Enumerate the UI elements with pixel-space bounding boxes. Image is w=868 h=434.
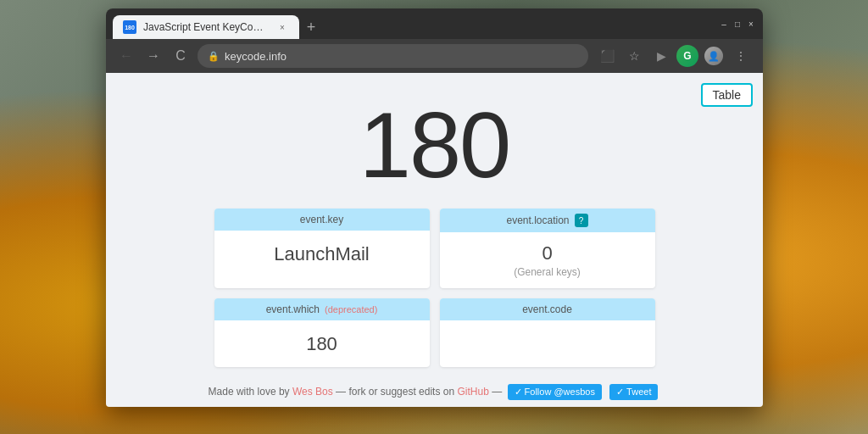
keycode-display: 180	[359, 98, 510, 192]
table-button[interactable]: Table	[701, 83, 753, 107]
footer: Made with love by Wes Bos — fork or sugg…	[209, 384, 661, 400]
new-tab-button[interactable]: +	[299, 15, 323, 39]
profile-icon[interactable]: G	[676, 45, 698, 67]
event-code-header: event.code	[440, 298, 655, 320]
tab-favicon: 180	[123, 20, 136, 34]
forward-button[interactable]: →	[143, 46, 164, 66]
bookmark-icon[interactable]: ☆	[622, 44, 646, 68]
event-location-card: event.location ? 0 (General keys)	[440, 209, 655, 288]
event-location-value: 0 (General keys)	[440, 232, 655, 288]
minimize-button[interactable]: –	[719, 19, 729, 29]
window-controls: – □ ×	[719, 19, 756, 29]
active-tab[interactable]: 180 JavaScript Event KeyCodes ×	[113, 15, 299, 39]
tab-area: 180 JavaScript Event KeyCodes × +	[113, 8, 712, 39]
event-location-header: event.location ?	[440, 209, 655, 232]
github-link[interactable]: GitHub	[457, 386, 488, 398]
extension-icon[interactable]: ▶	[649, 44, 673, 68]
event-code-card: event.code	[440, 298, 655, 367]
event-key-header: event.key	[214, 209, 430, 231]
help-icon[interactable]: ?	[575, 214, 588, 227]
close-button[interactable]: ×	[746, 19, 756, 29]
avatar-icon[interactable]: 👤	[702, 44, 726, 68]
url-bar[interactable]: 🔒 keycode.info	[198, 44, 588, 68]
page-content: Table 180 event.key LaunchMail event.loc…	[106, 73, 763, 407]
maximize-button[interactable]: □	[732, 19, 743, 29]
event-key-value: LaunchMail	[214, 231, 430, 277]
event-which-card: event.which (deprecated) 180	[214, 298, 430, 367]
info-grid: event.key LaunchMail event.location ? 0 …	[214, 209, 655, 367]
browser-window: 180 JavaScript Event KeyCodes × + – □ × …	[106, 8, 763, 407]
cast-icon[interactable]: ⬛	[595, 44, 619, 68]
reload-button[interactable]: C	[170, 46, 191, 66]
back-button[interactable]: ←	[116, 46, 136, 66]
url-text: keycode.info	[225, 50, 287, 63]
tab-title: JavaScript Event KeyCodes	[143, 21, 269, 33]
event-key-card: event.key LaunchMail	[214, 209, 430, 288]
event-which-header: event.which (deprecated)	[214, 298, 430, 320]
titlebar: 180 JavaScript Event KeyCodes × + – □ ×	[106, 8, 763, 39]
tab-close-button[interactable]: ×	[275, 20, 289, 34]
event-which-value: 180	[214, 320, 430, 367]
user-avatar: 👤	[704, 47, 723, 65]
event-code-value	[440, 320, 655, 367]
menu-icon[interactable]: ⋮	[729, 44, 753, 68]
wes-bos-link[interactable]: Wes Bos	[292, 386, 333, 398]
toolbar-icons: ⬛ ☆ ▶ G 👤 ⋮	[595, 44, 753, 68]
twitter-follow-button[interactable]: ✓ Follow @wesbos	[508, 384, 602, 400]
lock-icon: 🔒	[208, 51, 220, 62]
addressbar: ← → C 🔒 keycode.info ⬛ ☆ ▶ G 👤 ⋮	[106, 39, 763, 73]
twitter-tweet-button[interactable]: ✓ Tweet	[609, 384, 658, 400]
deprecated-badge: (deprecated)	[325, 304, 377, 314]
